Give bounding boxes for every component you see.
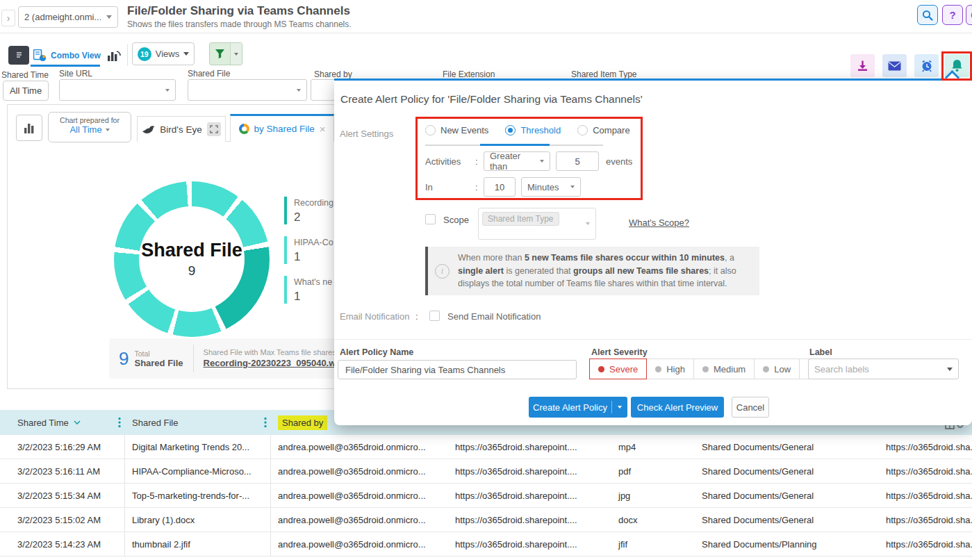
legend-label: What's ne: [294, 276, 332, 287]
legend-value: 2: [294, 211, 333, 224]
download-button[interactable]: [850, 54, 875, 77]
create-alert-policy-split-button[interactable]: Create Alert Policy: [529, 397, 627, 418]
interval-input[interactable]: 10: [484, 177, 516, 197]
tab-birds-eye[interactable]: Bird's Eye: [137, 116, 226, 142]
filter-shared-by-label: Shared by: [314, 69, 352, 79]
tenant-dropdown[interactable]: 2 (admeight.onmi...: [18, 6, 118, 28]
search-icon: [922, 10, 933, 21]
column-label-highlighted: Shared by: [278, 415, 327, 430]
severity-high[interactable]: High: [646, 359, 694, 379]
operator-select[interactable]: Greater than: [484, 151, 550, 171]
filter-site-url-label: Site URL: [59, 69, 92, 79]
schedule-button[interactable]: [914, 54, 939, 77]
collapse-chevron-icon[interactable]: ›: [1, 10, 15, 26]
cell-file_extension: docx: [611, 508, 695, 532]
scope-checkbox[interactable]: [425, 214, 436, 224]
filter-split-button[interactable]: [209, 42, 242, 65]
filter-dropdown-arrow[interactable]: [230, 43, 242, 65]
chevron-down-icon: [586, 222, 590, 225]
cell-shared_file: Library (1).docx: [125, 508, 271, 532]
radio-track-active: [480, 144, 550, 146]
document-icon: [15, 50, 24, 60]
column-menu-icon[interactable]: [264, 417, 267, 428]
label-search-select[interactable]: Search labels: [808, 359, 959, 379]
legend-value: 1: [294, 290, 332, 304]
alert-settings-label: Alert Settings: [340, 129, 393, 139]
severity-group: Severe High Medium Low Info: [590, 359, 843, 379]
chart-prepared-for-dropdown[interactable]: Chart prepared for All Time: [48, 112, 131, 142]
donut-center-value: 9: [188, 263, 196, 279]
radio-new-events[interactable]: New Events: [425, 125, 488, 135]
policy-name-label: Alert Policy Name: [340, 347, 413, 357]
by-shared-file-label: by Shared File: [254, 124, 315, 134]
severity-medium[interactable]: Medium: [693, 359, 755, 379]
legend-label: Recording: [294, 197, 333, 208]
create-alert-policy-button[interactable]: Create Alert Policy: [529, 402, 611, 413]
radio-compare[interactable]: Compare: [577, 125, 629, 135]
tab-by-shared-file[interactable]: by Shared File ×: [230, 114, 334, 142]
chart-view-button[interactable]: [104, 46, 124, 65]
table-row[interactable]: 3/2/2023 5:16:11 AMHIPAA-Compliance-Micr…: [0, 459, 972, 484]
page-subtitle: Shows the files transfers made through M…: [127, 19, 352, 29]
filter-button[interactable]: [210, 43, 230, 65]
cell-shared_time: 3/2/2023 5:15:02 AM: [0, 508, 125, 532]
check-alert-preview-button[interactable]: Check Alert Preview: [631, 397, 724, 418]
column-menu-icon[interactable]: [118, 417, 121, 428]
report-view-button[interactable]: [8, 46, 29, 65]
activities-label: Activities: [425, 156, 461, 167]
views-label: Views: [156, 49, 179, 59]
severity-dot: [763, 366, 769, 372]
cell-shared_folder: Shared Documents/Planning: [695, 532, 879, 556]
cell-shared_file: HIPAA-Compliance-Microso...: [125, 459, 271, 483]
shared-file-filter-select[interactable]: [188, 79, 307, 101]
page-title: File/Folder Sharing via Teams Channels: [127, 4, 350, 18]
create-alert-dropdown-arrow[interactable]: [612, 406, 627, 409]
table-row[interactable]: 3/2/2023 5:16:29 AMDigital Marketing Tre…: [0, 435, 972, 459]
severity-severe[interactable]: Severe: [589, 359, 647, 379]
column-header-shared-time[interactable]: Shared Time: [0, 410, 125, 435]
cell-file_extension: jfif: [611, 532, 695, 556]
donut-icon: [239, 124, 249, 134]
severity-low[interactable]: Low: [754, 359, 800, 379]
column-header-shared-file[interactable]: Shared File: [125, 410, 271, 435]
whats-scope-link[interactable]: What's Scope?: [629, 217, 689, 228]
summary-max-file-link[interactable]: Recording-20230223_095040.webm: [204, 358, 355, 368]
cancel-button[interactable]: Cancel: [732, 397, 769, 418]
sort-desc-icon[interactable]: [74, 420, 81, 425]
radio-threshold[interactable]: Threshold: [505, 125, 561, 135]
funnel-icon: [215, 49, 225, 59]
scope-multiselect[interactable]: Shared Item Type: [478, 208, 596, 240]
cell-shared_by: andrea.powell@o365droid.onmicro...: [271, 532, 448, 556]
combo-view-icon: [33, 49, 47, 62]
filter-file-extension-label: File Extension: [443, 69, 495, 79]
close-icon[interactable]: ×: [320, 123, 326, 135]
legend-color-bar: [284, 276, 287, 304]
legend-color-bar: [284, 236, 287, 264]
donut-center-label: Shared File: [141, 240, 242, 261]
search-button[interactable]: [917, 5, 938, 25]
site-url-filter-select[interactable]: [59, 79, 176, 101]
tenant-dropdown-value: 2 (admeight.onmi...: [24, 12, 101, 22]
policy-name-input[interactable]: File/Folder Sharing via Teams Channels: [338, 360, 577, 379]
shared-time-filter-button[interactable]: All Time: [3, 81, 49, 101]
chart-type-button[interactable]: [16, 115, 42, 141]
cell-item_url: https://o365droid.sha...: [879, 508, 972, 532]
cell-site_url: https://o365droid.sharepoint....: [448, 484, 611, 507]
views-dropdown-button[interactable]: 19 Views: [132, 42, 195, 65]
cell-shared_file: thumbnail 2.jfif: [125, 532, 271, 556]
table-row[interactable]: 3/2/2023 5:14:23 AMthumbnail 2.jfifandre…: [0, 532, 972, 557]
send-email-checkbox[interactable]: [429, 311, 440, 321]
events-count-input[interactable]: 5: [556, 151, 599, 171]
table-row[interactable]: 3/2/2023 5:15:34 AMTop-5-marketing-trend…: [0, 484, 972, 508]
filter-shared-file-label: Shared File: [188, 69, 230, 79]
events-suffix: events: [606, 156, 632, 167]
summary-divider: [193, 345, 194, 372]
tab-combo-view[interactable]: Combo View: [33, 46, 101, 65]
email-button[interactable]: [882, 54, 907, 77]
help-button[interactable]: ?: [942, 5, 963, 25]
table-row[interactable]: 3/2/2023 5:15:02 AMLibrary (1).docxandre…: [0, 508, 972, 532]
expand-button[interactable]: [207, 122, 221, 136]
extra-header-button[interactable]: [966, 5, 972, 25]
bar-chart-icon: [107, 49, 121, 62]
interval-unit-select[interactable]: Minutes: [521, 177, 581, 197]
